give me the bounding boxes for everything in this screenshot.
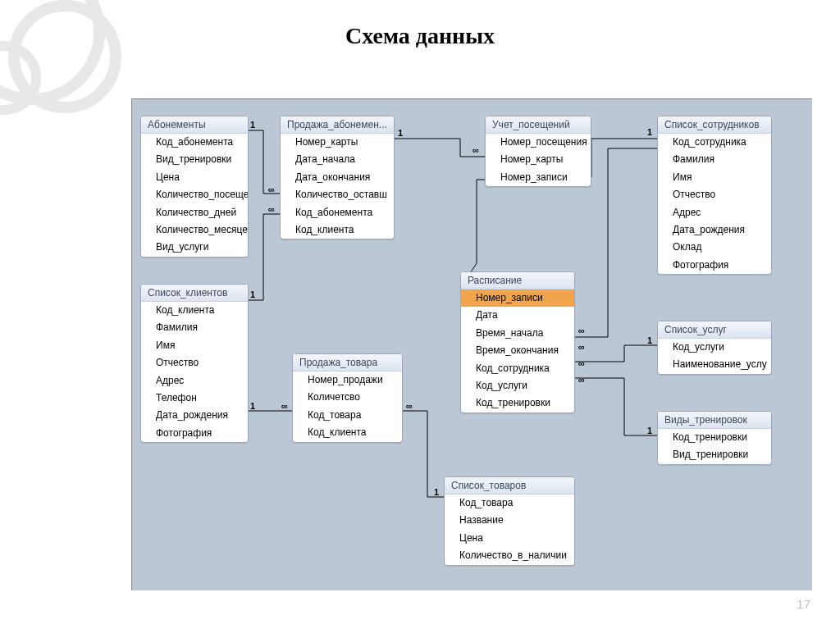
rel-many: ∞ xyxy=(281,401,288,411)
field[interactable]: Количество_дней xyxy=(141,204,248,221)
table-title: Расписание xyxy=(461,272,574,289)
field[interactable]: Фамилия xyxy=(141,319,248,336)
rel-one: 1 xyxy=(398,128,403,138)
field[interactable]: Количество_оставш xyxy=(281,186,394,203)
table-title: Виды_тренировок xyxy=(658,412,771,429)
field[interactable]: Код_товара xyxy=(293,407,402,424)
field[interactable]: Номер_карты xyxy=(486,151,591,168)
field[interactable]: Код_сотрудника xyxy=(658,134,771,151)
field[interactable]: Дата_начала xyxy=(281,151,394,168)
field[interactable]: Телефон xyxy=(141,390,248,407)
field[interactable]: Номер_продажи xyxy=(293,371,402,389)
rel-many: ∞ xyxy=(268,185,275,194)
rel-one: 1 xyxy=(647,335,652,345)
table-title: Список_сотрудников xyxy=(658,116,771,134)
table-spisok-tovarov[interactable]: Список_товаров Код_товара Название Цена … xyxy=(444,476,575,566)
field[interactable]: Фотография xyxy=(141,425,248,442)
field[interactable]: Время_окончания xyxy=(461,342,574,359)
field[interactable]: Номер_записи xyxy=(486,169,591,186)
field[interactable]: Код_услуги xyxy=(658,339,771,356)
field[interactable]: Цена xyxy=(141,169,248,186)
table-prodazha-abonementov[interactable]: Продажа_абонемен... Номер_карты Дата_нач… xyxy=(280,116,395,239)
field[interactable]: Код_абонемента xyxy=(281,204,394,221)
rel-many: ∞ xyxy=(268,204,275,214)
field[interactable]: Код_товара xyxy=(445,495,574,512)
decorative-rings xyxy=(0,0,115,115)
rel-many: ∞ xyxy=(578,342,585,352)
table-spisok-klientov[interactable]: Список_клиентов Код_клиента Фамилия Имя … xyxy=(140,284,249,443)
field[interactable]: Адрес xyxy=(658,204,771,221)
field[interactable]: Количетсво xyxy=(293,389,402,406)
field[interactable]: Наименование_услу xyxy=(658,356,771,373)
table-title: Список_товаров xyxy=(445,477,574,495)
field[interactable]: Количество_посеще xyxy=(141,186,248,203)
field[interactable]: Время_начала xyxy=(461,325,574,342)
field[interactable]: Отчество xyxy=(141,354,248,371)
table-title: Абонементы xyxy=(141,116,248,134)
rel-one: 1 xyxy=(250,289,255,299)
table-title: Учет_посещений xyxy=(486,116,591,134)
schema-canvas: 1 ∞ 1 ∞ 1 1 ∞ 1 ∞ ∞ 1 ∞ ∞ ∞ ∞ 1 1 Абонем… xyxy=(131,98,812,590)
rel-many: ∞ xyxy=(472,145,479,155)
field[interactable]: Дата_окончания xyxy=(281,169,394,186)
field[interactable]: Адрес xyxy=(141,372,248,390)
field[interactable]: Дата xyxy=(461,307,574,324)
table-title: Список_услуг xyxy=(658,321,771,339)
field[interactable]: Название xyxy=(445,512,574,529)
field[interactable]: Номер_карты xyxy=(281,134,394,151)
rel-many: ∞ xyxy=(406,401,413,411)
page-number: 17 xyxy=(797,597,810,611)
field-selected[interactable]: Номер_записи xyxy=(461,289,574,307)
field[interactable]: Дата_рождения xyxy=(141,407,248,424)
table-abonementy[interactable]: Абонементы Код_абонемента Вид_тренировки… xyxy=(140,116,249,258)
table-title: Продажа_абонемен... xyxy=(281,116,394,134)
table-prodazha-tovara[interactable]: Продажа_товара Номер_продажи Количетсво … xyxy=(292,353,403,443)
table-title: Продажа_товара xyxy=(293,354,402,371)
field[interactable]: Имя xyxy=(658,169,771,186)
field[interactable]: Номер_посещения xyxy=(486,134,591,151)
rel-one: 1 xyxy=(434,487,439,497)
page-title: Схема данных xyxy=(0,23,840,49)
table-raspisanie[interactable]: Расписание Номер_записи Дата Время_начал… xyxy=(460,271,575,413)
field[interactable]: Код_сотрудника xyxy=(461,360,574,377)
rel-many: ∞ xyxy=(578,375,585,385)
field[interactable]: Вид_тренировки xyxy=(141,151,248,168)
field[interactable]: Код_клиента xyxy=(141,302,248,319)
table-vidy-trenirovok[interactable]: Виды_тренировок Код_тренировки Вид_трени… xyxy=(657,411,772,465)
rel-one: 1 xyxy=(647,127,652,137)
field[interactable]: Код_клиента xyxy=(281,221,394,239)
field[interactable]: Код_клиента xyxy=(293,424,402,441)
field[interactable]: Цена xyxy=(445,530,574,547)
field[interactable]: Дата_рождения xyxy=(658,221,771,239)
table-spisok-sotrudnikov[interactable]: Список_сотрудников Код_сотрудника Фамили… xyxy=(657,116,772,275)
field[interactable]: Количество_месяце xyxy=(141,221,248,239)
field[interactable]: Вид_тренировки xyxy=(658,446,771,463)
field[interactable]: Отчество xyxy=(658,186,771,203)
table-title: Список_клиентов xyxy=(141,285,248,302)
field[interactable]: Фамилия xyxy=(658,151,771,168)
field[interactable]: Вид_услуги xyxy=(141,239,248,256)
rel-one: 1 xyxy=(250,120,255,130)
field[interactable]: Код_тренировки xyxy=(658,429,771,446)
field[interactable]: Имя xyxy=(141,337,248,354)
field[interactable]: Код_услуги xyxy=(461,377,574,394)
rel-many: ∞ xyxy=(578,326,585,335)
field[interactable]: Код_тренировки xyxy=(461,394,574,412)
table-uchet-poseshcheniy[interactable]: Учет_посещений Номер_посещения Номер_кар… xyxy=(485,116,591,187)
field[interactable]: Количество_в_наличии xyxy=(445,547,574,564)
rel-many: ∞ xyxy=(578,358,585,368)
field[interactable]: Код_абонемента xyxy=(141,134,248,151)
rel-one: 1 xyxy=(647,426,652,435)
field[interactable]: Оклад xyxy=(658,239,771,256)
rel-one: 1 xyxy=(250,401,255,411)
field[interactable]: Фотография xyxy=(658,257,771,274)
table-spisok-uslug[interactable]: Список_услуг Код_услуги Наименование_усл… xyxy=(657,321,772,375)
